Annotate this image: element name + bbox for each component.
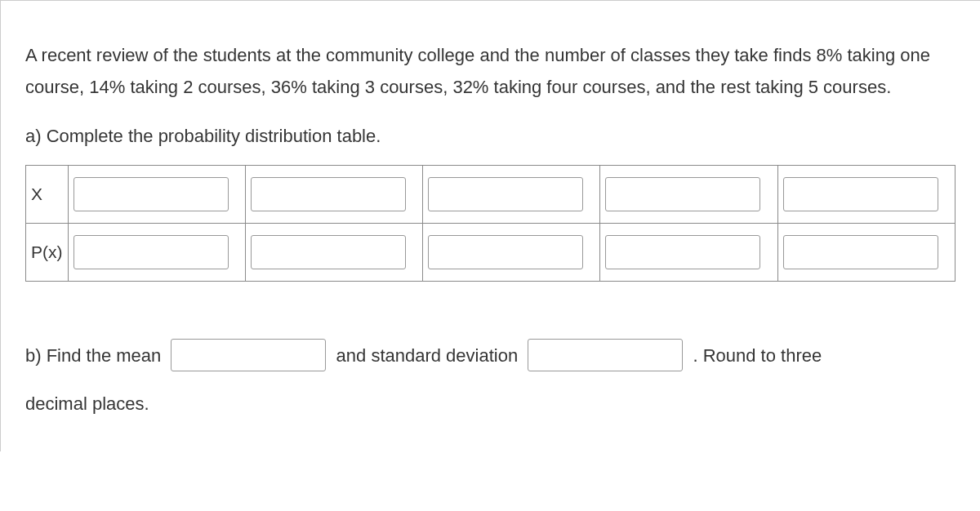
table-cell [245,224,422,282]
table-row: X [26,166,956,224]
px-input-3[interactable] [428,235,583,269]
x-input-3[interactable] [428,177,583,211]
table-cell [423,224,600,282]
table-cell [600,166,777,224]
row-header-x: X [26,166,69,224]
px-input-4[interactable] [605,235,760,269]
part-b-suffix: . Round to three [693,345,822,366]
table-cell [777,224,955,282]
part-b-prefix: b) Find the mean [25,345,161,366]
part-b-middle: and standard deviation [336,345,519,366]
table-row: P(x) [26,224,956,282]
x-input-2[interactable] [251,177,406,211]
stddev-input[interactable] [528,339,683,371]
row-header-px: P(x) [26,224,69,282]
px-input-2[interactable] [251,235,406,269]
table-cell [600,224,777,282]
question-content: A recent review of the students at the c… [1,1,980,451]
px-input-5[interactable] [783,235,938,269]
table-cell [777,166,955,224]
table-cell [68,166,245,224]
question-container: A recent review of the students at the c… [0,0,980,451]
x-input-4[interactable] [605,177,760,211]
part-b-section: b) Find the mean and standard deviation … [25,331,956,427]
part-b-line2: decimal places. [25,393,149,413]
part-a-label: a) Complete the probability distribution… [25,126,956,147]
table-cell [245,166,422,224]
table-cell [423,166,600,224]
probability-table: X P(x) [25,165,956,282]
x-input-5[interactable] [783,177,938,211]
question-intro: A recent review of the students at the c… [25,40,956,103]
x-input-1[interactable] [74,177,229,211]
mean-input[interactable] [171,339,326,371]
px-input-1[interactable] [74,235,229,269]
table-cell [68,224,245,282]
